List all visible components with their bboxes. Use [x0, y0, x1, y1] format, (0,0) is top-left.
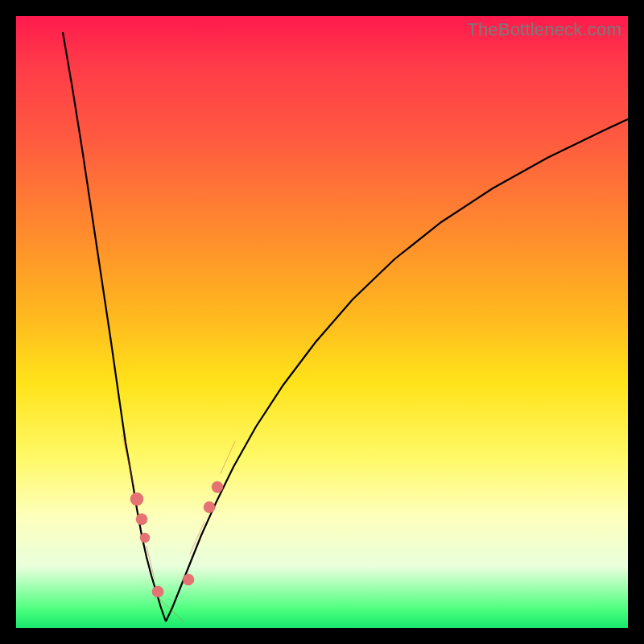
- marker-dot: [204, 502, 215, 513]
- marker-dot: [140, 533, 150, 543]
- watermark-text: TheBottleneck.com: [467, 19, 621, 40]
- marker-pill: [159, 599, 184, 621]
- marker-pill: [122, 435, 134, 485]
- v-curve: [63, 32, 628, 621]
- marker-dot: [152, 586, 163, 597]
- marker-dot: [212, 481, 223, 493]
- right-branch-line: [166, 119, 628, 621]
- marker-pill: [190, 522, 204, 554]
- chart-frame: TheBottleneck.com: [16, 16, 628, 628]
- marker-dot: [130, 493, 143, 506]
- marker-dot: [183, 574, 194, 585]
- left-branch-line: [63, 32, 166, 621]
- marker-dot: [136, 514, 147, 525]
- chart-svg: [16, 16, 628, 628]
